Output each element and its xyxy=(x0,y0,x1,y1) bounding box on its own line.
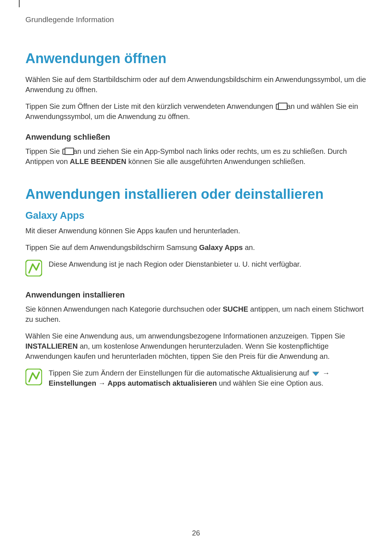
paragraph: Wählen Sie eine Anwendung aus, um anwend… xyxy=(25,331,367,361)
paragraph: Sie können Anwendungen nach Kategorie du… xyxy=(25,304,367,324)
dropdown-triangle-icon xyxy=(312,371,320,376)
text: Sie können Anwendungen nach Kategorie du… xyxy=(25,305,223,313)
paragraph: Wählen Sie auf dem Startbildschirm oder … xyxy=(25,74,367,95)
heading-close-app: Anwendung schließen xyxy=(25,132,367,142)
text-bold: INSTALLIEREN xyxy=(25,342,78,350)
text: Tippen Sie auf dem Anwendungsbildschirm … xyxy=(25,243,199,251)
text-bold: Galaxy Apps xyxy=(199,243,242,251)
text: Wählen Sie eine Anwendung aus, um anwend… xyxy=(25,332,345,340)
text: Tippen Sie zum Ändern der Einstellungen … xyxy=(49,369,311,377)
page-content: Grundlegende Information Anwendungen öff… xyxy=(0,0,392,388)
svg-rect-1 xyxy=(26,369,42,385)
recent-apps-icon xyxy=(276,104,284,110)
note-icon xyxy=(25,260,42,276)
text: Tippen Sie xyxy=(25,147,62,155)
svg-marker-2 xyxy=(313,372,319,376)
subsection-install-apps: Anwendungen installieren Sie können Anwe… xyxy=(25,290,367,388)
subsection-close-app: Anwendung schließen Tippen Sie an und zi… xyxy=(25,132,367,167)
heading-open-apps: Anwendungen öffnen xyxy=(25,51,367,66)
paragraph: Tippen Sie auf dem Anwendungsbildschirm … xyxy=(25,242,367,253)
paragraph: Mit dieser Anwendung können Sie Apps kau… xyxy=(25,226,367,236)
text: an. xyxy=(243,243,255,251)
text: können Sie alle ausgeführten Anwendungen… xyxy=(126,157,306,165)
heading-install-uninstall: Anwendungen installieren oder deinstalli… xyxy=(25,186,367,202)
note-icon xyxy=(25,369,42,385)
text: und wählen Sie eine Option aus. xyxy=(217,379,323,387)
page-header: Grundlegende Information xyxy=(25,15,367,24)
arrow: → xyxy=(96,379,107,387)
note-text: Tippen Sie zum Ändern der Einstellungen … xyxy=(49,368,367,388)
text: Tippen Sie zum Öffnen der Liste mit den … xyxy=(25,102,275,110)
text-bold: Apps automatisch aktualisieren xyxy=(107,379,217,387)
text-bold: Einstellungen xyxy=(49,379,96,387)
note-block: Tippen Sie zum Ändern der Einstellungen … xyxy=(25,368,367,388)
subsection-galaxy-apps: Galaxy Apps Mit dieser Anwendung können … xyxy=(25,210,367,276)
paragraph: Tippen Sie an und ziehen Sie ein App-Sym… xyxy=(25,146,367,167)
heading-galaxy-apps: Galaxy Apps xyxy=(25,210,367,221)
page-number: 26 xyxy=(0,529,392,537)
text-bold: SUCHE xyxy=(223,305,248,313)
page-top-mark xyxy=(19,0,20,7)
text-bold: ALLE BEENDEN xyxy=(70,157,126,165)
note-text: Diese Anwendung ist je nach Region oder … xyxy=(49,259,301,269)
note-block: Diese Anwendung ist je nach Region oder … xyxy=(25,259,367,276)
heading-install-apps: Anwendungen installieren xyxy=(25,290,367,300)
arrow: → xyxy=(320,369,330,377)
recent-apps-icon xyxy=(62,149,70,155)
svg-rect-0 xyxy=(26,260,42,276)
paragraph: Tippen Sie zum Öffnen der Liste mit den … xyxy=(25,101,367,122)
